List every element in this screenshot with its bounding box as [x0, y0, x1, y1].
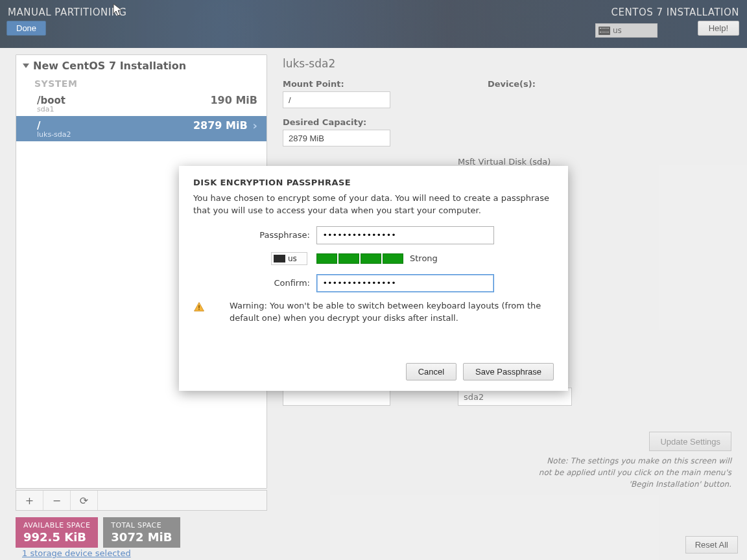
meter-segment: [316, 253, 337, 264]
modal-overlay: DISK ENCRYPTION PASSPHRASE You have chos…: [0, 0, 747, 560]
warning-row: Warning: You won't be able to switch bet…: [193, 300, 554, 325]
warning-text: Warning: You won't be able to switch bet…: [230, 300, 554, 325]
svg-rect-1: [198, 309, 200, 310]
dialog-intro: You have chosen to encrypt some of your …: [193, 192, 554, 217]
meter-segment: [361, 253, 381, 264]
confirm-label: Confirm:: [193, 278, 310, 288]
warning-icon: [193, 301, 205, 313]
svg-rect-0: [198, 305, 200, 309]
strength-row: us Strong: [193, 252, 554, 265]
dialog-keyboard-label: us: [288, 254, 297, 263]
passphrase-input[interactable]: [316, 226, 494, 244]
strength-label: Strong: [410, 253, 438, 263]
dialog-buttons: Cancel Save Passphrase: [193, 363, 554, 380]
meter-segment: [383, 253, 403, 264]
meter-segment: [338, 253, 359, 264]
keyboard-icon: [274, 255, 285, 262]
passphrase-row: Passphrase:: [193, 226, 554, 244]
save-passphrase-button[interactable]: Save Passphrase: [463, 363, 554, 380]
password-strength-meter: [316, 253, 403, 264]
confirm-input[interactable]: [316, 274, 494, 292]
encryption-passphrase-dialog: DISK ENCRYPTION PASSPHRASE You have chos…: [179, 166, 568, 391]
cancel-button[interactable]: Cancel: [406, 363, 456, 380]
dialog-keyboard-indicator[interactable]: us: [271, 252, 307, 265]
passphrase-label: Passphrase:: [193, 230, 310, 240]
dialog-title: DISK ENCRYPTION PASSPHRASE: [193, 178, 554, 187]
confirm-row: Confirm:: [193, 274, 554, 292]
